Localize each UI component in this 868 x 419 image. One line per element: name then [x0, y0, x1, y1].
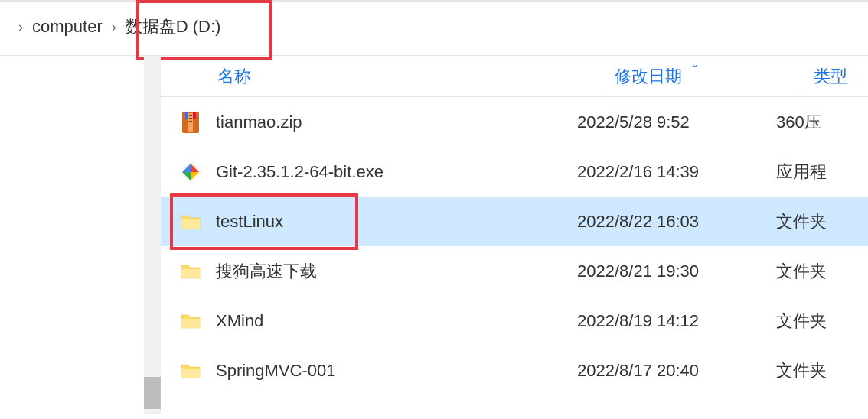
file-date: 2022/8/21 19:30 [565, 261, 764, 281]
file-name: 搜狗高速下载 [216, 260, 317, 283]
file-name: testLinux [216, 212, 283, 232]
file-date: 2022/2/16 14:39 [565, 162, 764, 182]
file-list-panel: 名称 修改日期 ⌄ 类型 [161, 56, 868, 414]
zip-icon [179, 111, 202, 134]
content-area: 名称 修改日期 ⌄ 类型 [0, 56, 868, 414]
file-date: 2022/8/17 20:40 [565, 361, 764, 381]
file-type: 文件夹 [764, 310, 868, 333]
breadcrumb-item[interactable]: 数据盘D (D:) [126, 15, 221, 38]
column-header-date[interactable]: 修改日期 ⌄ [602, 56, 801, 96]
svg-rect-2 [189, 115, 192, 116]
svg-rect-5 [185, 112, 188, 119]
file-type: 文件夹 [764, 260, 868, 283]
file-type: 文件夹 [764, 359, 868, 382]
file-row[interactable]: testLinux 2022/8/22 16:03 文件夹 [161, 197, 868, 246]
file-name: tianmao.zip [216, 112, 302, 132]
svg-rect-6 [193, 112, 196, 119]
file-row[interactable]: tianmao.zip 2022/5/28 9:52 360压 [161, 97, 868, 147]
sidebar-scroll-area [0, 56, 161, 414]
svg-marker-11 [182, 172, 191, 180]
file-name: SpringMVC-001 [216, 361, 336, 381]
column-header-name[interactable]: 名称 [217, 65, 602, 88]
file-row[interactable]: Git-2.35.1.2-64-bit.exe 2022/2/16 14:39 … [161, 147, 868, 197]
file-name-cell: Git-2.35.1.2-64-bit.exe [179, 161, 565, 184]
column-header-type[interactable]: 类型 [801, 56, 868, 96]
scrollbar-track[interactable] [144, 56, 161, 414]
file-list: tianmao.zip 2022/5/28 9:52 360压 [161, 97, 868, 395]
svg-marker-9 [191, 164, 199, 172]
chevron-right-icon: › [18, 19, 23, 35]
scrollbar-thumb[interactable] [144, 377, 161, 409]
file-name: XMind [216, 311, 263, 331]
file-name-cell: testLinux [179, 210, 565, 233]
column-headers: 名称 修改日期 ⌄ 类型 [161, 56, 868, 97]
file-date: 2022/5/28 9:52 [565, 112, 764, 132]
svg-rect-3 [189, 118, 192, 119]
svg-marker-8 [182, 164, 191, 172]
breadcrumb: › computer › 数据盘D (D:) [0, 2, 868, 52]
folder-icon [179, 210, 202, 233]
file-name-cell: XMind [179, 310, 565, 333]
file-type: 文件夹 [764, 210, 868, 233]
svg-rect-4 [189, 121, 192, 122]
file-name-cell: tianmao.zip [179, 111, 565, 134]
folder-icon [179, 359, 202, 382]
breadcrumb-item[interactable]: computer [32, 17, 103, 37]
file-type: 360压 [764, 111, 868, 134]
column-header-date-label: 修改日期 [615, 65, 682, 88]
folder-icon [179, 310, 202, 333]
chevron-right-icon: › [112, 19, 116, 35]
file-type: 应用程 [764, 161, 868, 184]
file-row[interactable]: 搜狗高速下载 2022/8/21 19:30 文件夹 [161, 246, 868, 296]
folder-icon [179, 260, 202, 283]
file-name: Git-2.35.1.2-64-bit.exe [216, 162, 383, 182]
file-row[interactable]: SpringMVC-001 2022/8/17 20:40 文件夹 [161, 346, 868, 395]
file-date: 2022/8/22 16:03 [565, 212, 764, 232]
exe-icon [179, 161, 202, 184]
file-row[interactable]: XMind 2022/8/19 14:12 文件夹 [161, 296, 868, 346]
sort-indicator-icon: ⌄ [691, 59, 699, 70]
file-name-cell: SpringMVC-001 [179, 359, 565, 382]
file-name-cell: 搜狗高速下载 [179, 260, 565, 283]
file-date: 2022/8/19 14:12 [565, 311, 764, 331]
svg-marker-10 [191, 172, 199, 180]
